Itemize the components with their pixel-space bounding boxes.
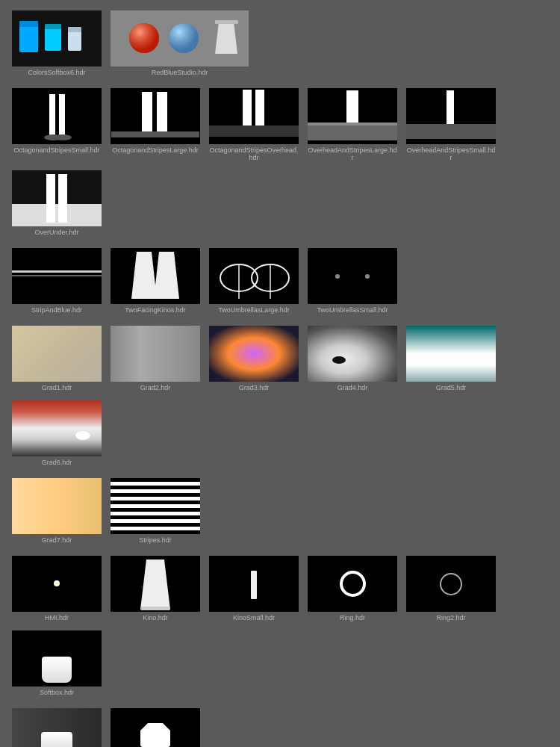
svg-marker-63 [140, 723, 170, 747]
list-item[interactable]: OctagonandStripesOverhead.hdr [209, 88, 299, 161]
list-item[interactable]: TwoUmbrellasLarge.hdr [209, 248, 299, 314]
list-item[interactable]: Grad6.hdr [12, 400, 102, 466]
list-item[interactable]: OverUnder.hdr [12, 170, 102, 236]
item-label: OctagonandStripesOverhead.hdr [209, 146, 299, 161]
item-label: OverheadAndStripesSmall.hdr [406, 146, 496, 161]
row-1: ColorsSoftbox6.hdr [7, 7, 553, 82]
thumbnail-ring [308, 556, 397, 612]
svg-rect-24 [243, 90, 252, 128]
thumbnail-oct-sm [12, 88, 102, 144]
item-label: Grad5.hdr [436, 384, 467, 391]
svg-rect-51 [308, 248, 397, 304]
item-label: Grad3.hdr [239, 384, 270, 391]
svg-rect-21 [157, 92, 167, 135]
list-item[interactable]: Ring2.hdr [406, 556, 496, 622]
hdr-gallery: ColorsSoftbox6.hdr [0, 0, 560, 747]
list-item[interactable]: Ring.hdr [308, 556, 397, 622]
svg-rect-3 [45, 27, 61, 51]
thumbnail-oh-sm [406, 88, 496, 144]
svg-rect-33 [406, 124, 496, 139]
svg-rect-46 [209, 248, 299, 304]
item-label: TwoUmbrellasLarge.hdr [218, 306, 290, 314]
svg-rect-22 [111, 131, 199, 137]
list-item[interactable]: RedBlueStudio.hdr [111, 10, 249, 76]
list-item[interactable]: OverheadAndStripesLarge.hdr [308, 88, 397, 161]
thumbnail-oct-lg [111, 88, 200, 144]
svg-rect-15 [49, 94, 55, 135]
list-item[interactable]: OctagonandStripesSmall.hdr [12, 88, 102, 161]
thumbnail-grad1 [12, 326, 102, 382]
svg-rect-1 [19, 24, 38, 52]
svg-marker-12 [215, 22, 237, 54]
list-item[interactable]: TwoFacingKinos.hdr [111, 248, 200, 314]
row-2: OctagonandStripesSmall.hdr OctagonandStr… [7, 85, 553, 242]
svg-rect-20 [142, 92, 152, 135]
thumbnail-hmi [12, 556, 102, 612]
item-label: OverUnder.hdr [34, 229, 78, 236]
thumbnail-ring2 [406, 556, 496, 612]
svg-point-9 [129, 23, 159, 53]
svg-point-53 [365, 274, 370, 279]
item-label: StripAndBlue.hdr [31, 306, 82, 314]
svg-point-56 [55, 582, 58, 585]
row-7: SoftboxWithGrad.hdr TotaUmbrella.hdr [7, 705, 553, 747]
svg-rect-32 [447, 90, 454, 126]
list-item[interactable]: SoftboxWithGrad.hdr [12, 708, 102, 747]
list-item[interactable]: KinoSmall.hdr [209, 556, 299, 622]
svg-rect-25 [255, 90, 264, 128]
thumbnail-grad5 [406, 326, 496, 382]
thumbnail-two-kinos [111, 248, 200, 304]
list-item[interactable]: Grad4.hdr [308, 326, 397, 391]
list-item[interactable]: Grad5.hdr [406, 326, 496, 391]
list-item[interactable]: Grad1.hdr [12, 326, 102, 391]
row-4: Grad1.hdr Grad2.hdr Grad3.hdr Grad4.hdr … [7, 323, 553, 472]
item-label: RedBlueStudio.hdr [152, 69, 208, 76]
svg-rect-59 [140, 607, 170, 610]
list-item[interactable]: Kino.hdr [111, 556, 200, 622]
svg-rect-6 [68, 27, 81, 32]
svg-rect-38 [46, 206, 55, 223]
list-item[interactable]: Stripes.hdr [111, 478, 200, 544]
thumbnail-colors-softbox6 [12, 10, 102, 66]
thumbnail-stripes [111, 478, 200, 534]
list-item[interactable]: TwoUmbrellasSmall.hdr [308, 248, 397, 314]
list-item[interactable]: StripAndBlue.hdr [12, 248, 102, 314]
list-item[interactable]: Grad3.hdr [209, 326, 299, 391]
thumbnail-grad6 [12, 400, 102, 456]
item-label: Grad1.hdr [42, 384, 72, 391]
list-item[interactable]: HMI.hdr [12, 556, 102, 622]
item-label: Grad7.hdr [42, 536, 72, 544]
list-item[interactable]: OctagonandStripesLarge.hdr [111, 88, 200, 161]
list-item[interactable]: TotaUmbrella.hdr [111, 708, 200, 747]
item-label: TwoFacingKinos.hdr [125, 306, 186, 314]
svg-rect-39 [58, 206, 67, 223]
list-item[interactable]: Grad7.hdr [12, 478, 102, 544]
svg-rect-4 [45, 24, 61, 29]
svg-rect-26 [209, 125, 299, 137]
svg-rect-29 [308, 124, 397, 140]
item-label: Grad4.hdr [337, 384, 368, 391]
item-label: Kino.hdr [143, 614, 168, 622]
svg-rect-13 [215, 20, 238, 24]
thumbnail-oh-lg [308, 88, 397, 144]
list-item[interactable]: Softbox.hdr [12, 630, 102, 696]
thumbnail-over-under [12, 170, 102, 226]
svg-rect-28 [346, 90, 358, 128]
thumbnail-two-umb-lg [209, 248, 299, 304]
list-item[interactable]: OverheadAndStripesSmall.hdr [406, 88, 496, 161]
svg-rect-5 [68, 30, 81, 51]
item-label: OctagonandStripesLarge.hdr [112, 146, 199, 154]
list-item[interactable]: ColorsSoftbox6.hdr [12, 10, 102, 76]
item-label: Ring.hdr [340, 614, 365, 622]
item-label: Ring2.hdr [436, 614, 465, 622]
item-label: Grad6.hdr [42, 459, 72, 466]
svg-rect-42 [12, 275, 102, 276]
svg-rect-30 [308, 123, 397, 125]
item-label: Stripes.hdr [139, 536, 172, 544]
item-label: OverheadAndStripesLarge.hdr [308, 146, 397, 161]
list-item[interactable]: Grad2.hdr [111, 326, 200, 391]
item-label: Grad2.hdr [140, 384, 171, 391]
item-label: HMI.hdr [45, 614, 69, 622]
svg-rect-16 [59, 94, 65, 135]
thumbnail-grad7 [12, 478, 102, 534]
